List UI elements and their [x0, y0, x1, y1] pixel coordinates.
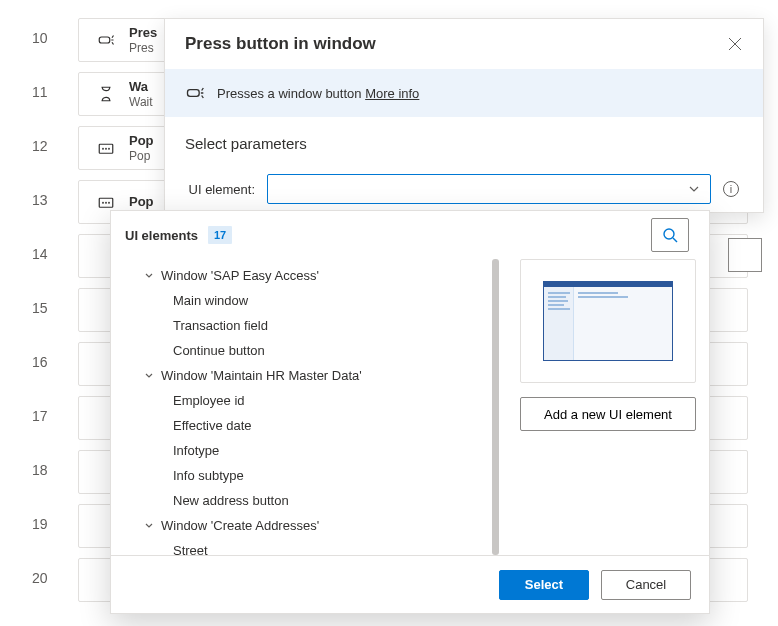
tree-element-node[interactable]: Street: [125, 538, 483, 555]
tree-node-label: Street: [173, 543, 208, 555]
step-title: Pop: [129, 194, 154, 210]
hourglass-icon: [97, 85, 115, 103]
step-number: 11: [32, 84, 48, 100]
tree-scrollbar[interactable]: [492, 259, 499, 555]
add-ui-element-button[interactable]: Add a new UI element: [520, 397, 696, 431]
tree-node-label: New address button: [173, 493, 289, 508]
svg-point-8: [109, 202, 110, 203]
chevron-down-icon[interactable]: [141, 368, 157, 384]
step-number: 17: [32, 408, 48, 424]
element-count-badge: 17: [208, 226, 232, 244]
select-button[interactable]: Select: [499, 570, 589, 600]
step-subtitle: Wait: [129, 95, 153, 109]
tree-node-label: Window 'Create Addresses': [161, 518, 319, 533]
ui-elements-tree: Window 'SAP Easy Access'Main windowTrans…: [125, 259, 499, 555]
tree-node-label: Window 'Maintain HR Master Data': [161, 368, 362, 383]
svg-point-10: [664, 229, 674, 239]
step-number: 14: [32, 246, 48, 262]
info-icon[interactable]: i: [723, 181, 739, 197]
svg-point-4: [109, 148, 110, 149]
search-button[interactable]: [651, 218, 689, 252]
tree-node-label: Info subtype: [173, 468, 244, 483]
tree-element-node[interactable]: Infotype: [125, 438, 483, 463]
tree-window-node[interactable]: Window 'Maintain HR Master Data': [125, 363, 483, 388]
side-action-button[interactable]: [728, 238, 762, 272]
press-button-dialog: Press button in window Presses a window …: [164, 18, 764, 213]
tree-node-label: Window 'SAP Easy Access': [161, 268, 319, 283]
dialog-title: Press button in window: [185, 34, 376, 54]
tree-element-node[interactable]: Info subtype: [125, 463, 483, 488]
tree-element-node[interactable]: Effective date: [125, 413, 483, 438]
picker-title: UI elements: [125, 228, 198, 243]
ui-element-dropdown[interactable]: [267, 174, 711, 204]
press-icon: [97, 31, 115, 49]
tree-node-label: Transaction field: [173, 318, 268, 333]
step-number: 10: [32, 30, 48, 46]
svg-point-7: [106, 202, 107, 203]
step-title: Wa: [129, 79, 153, 95]
tree-node-label: Employee id: [173, 393, 245, 408]
popup-icon: [97, 139, 115, 157]
step-subtitle: Pres: [129, 41, 157, 55]
press-icon: [185, 83, 205, 103]
cancel-button[interactable]: Cancel: [601, 570, 691, 600]
close-button[interactable]: [727, 36, 743, 52]
step-number: 20: [32, 570, 48, 586]
tree-node-label: Continue button: [173, 343, 265, 358]
svg-point-3: [106, 148, 107, 149]
step-subtitle: Pop: [129, 149, 154, 163]
tree-window-node[interactable]: Window 'Create Addresses': [125, 513, 483, 538]
step-number: 18: [32, 462, 48, 478]
info-banner: Presses a window button More info: [165, 69, 763, 117]
step-title: Pres: [129, 25, 157, 41]
preview-thumbnail: [520, 259, 696, 383]
step-number: 19: [32, 516, 48, 532]
svg-point-6: [103, 202, 104, 203]
tree-node-label: Effective date: [173, 418, 252, 433]
chevron-down-icon[interactable]: [141, 268, 157, 284]
chevron-down-icon: [688, 183, 700, 195]
step-number: 16: [32, 354, 48, 370]
search-icon: [662, 227, 678, 243]
step-number: 15: [32, 300, 48, 316]
chevron-down-icon[interactable]: [141, 518, 157, 534]
svg-point-2: [103, 148, 104, 149]
tree-node-label: Infotype: [173, 443, 219, 458]
step-title: Pop: [129, 133, 154, 149]
info-text: Presses a window button: [217, 86, 362, 101]
more-info-link[interactable]: More info: [365, 86, 419, 101]
svg-rect-9: [188, 90, 200, 97]
ui-element-picker: UI elements 17 Window 'SAP Easy Access'M…: [110, 210, 710, 614]
step-number: 12: [32, 138, 48, 154]
step-number: 13: [32, 192, 48, 208]
tree-element-node[interactable]: Main window: [125, 288, 483, 313]
popup-icon: [97, 193, 115, 211]
tree-element-node[interactable]: Continue button: [125, 338, 483, 363]
tree-element-node[interactable]: Transaction field: [125, 313, 483, 338]
ui-element-label: UI element:: [185, 182, 255, 197]
tree-element-node[interactable]: Employee id: [125, 388, 483, 413]
tree-window-node[interactable]: Window 'SAP Easy Access': [125, 263, 483, 288]
tree-node-label: Main window: [173, 293, 248, 308]
tree-element-node[interactable]: New address button: [125, 488, 483, 513]
svg-rect-0: [99, 37, 110, 43]
parameters-heading: Select parameters: [185, 135, 739, 152]
